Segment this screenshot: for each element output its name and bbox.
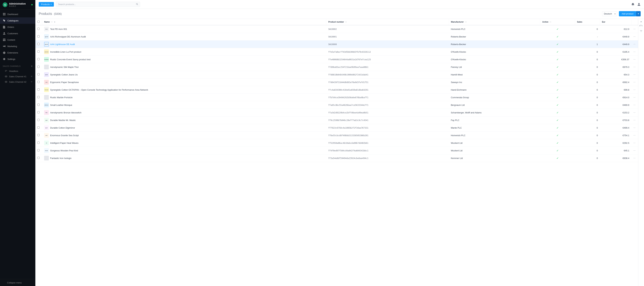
row-actions-button[interactable]: ··· [634, 134, 636, 137]
sales-cell: 0 [575, 94, 600, 101]
row-actions-button[interactable]: ··· [634, 126, 636, 129]
product-name-text: Enormous Granite Sea Script [50, 134, 79, 137]
row-checkbox[interactable] [38, 149, 40, 151]
row-actions-button[interactable]: ··· [634, 73, 636, 76]
row-actions-button[interactable]: ··· [634, 28, 636, 30]
sidebar-item-catalogues[interactable]: Catalogues [0, 17, 35, 24]
row-checkbox[interactable] [38, 111, 40, 113]
search-button[interactable] [136, 3, 138, 6]
row-checkbox[interactable] [38, 96, 40, 98]
active-cell: ✓ [540, 78, 575, 86]
reset-icon[interactable] [640, 25, 643, 28]
price-cell: €45.1 [600, 147, 631, 154]
row-actions-button[interactable]: ··· [634, 149, 636, 152]
status-indicator [31, 4, 33, 6]
name-sort-icon[interactable]: ▼ [54, 21, 56, 23]
select-all-checkbox[interactable] [38, 21, 40, 23]
row-actions-button[interactable]: ··· [634, 81, 636, 84]
row-actions-button[interactable]: ··· [634, 103, 636, 106]
sidebar-item-customers[interactable]: Customers [0, 30, 35, 37]
name-col-menu[interactable]: ··· [51, 21, 53, 23]
svg-rect-3 [4, 14, 6, 15]
active-col-menu[interactable]: ··· [550, 21, 551, 23]
row-checkbox[interactable] [38, 28, 40, 30]
sidebar-item-dashboard[interactable]: Dashboard [0, 11, 35, 17]
row-checkbox[interactable] [38, 50, 40, 53]
product-number: ffd96a65ac254f21bae9b99aafaaa88b1 [328, 66, 368, 68]
row-checkbox[interactable] [38, 43, 40, 45]
row-actions-button[interactable]: ··· [634, 157, 636, 160]
notification-icon[interactable] [631, 3, 634, 6]
sidebar-item-extensions[interactable]: Extensions [0, 49, 35, 56]
row-checkbox[interactable] [38, 104, 40, 106]
sales-cell: - [575, 33, 600, 41]
row-checkbox[interactable] [38, 126, 40, 128]
action-cell: ··· [631, 25, 638, 33]
scroll-up-icon[interactable] [640, 20, 643, 23]
row-checkbox[interactable] [38, 81, 40, 83]
filter-icon[interactable] [640, 30, 643, 33]
row-checkbox[interactable] [38, 134, 40, 136]
row-checkbox[interactable] [38, 88, 40, 91]
row-checkbox[interactable] [38, 119, 40, 121]
products-dropdown-button[interactable]: Products ▾ [39, 2, 54, 7]
product-number: SW10000 [328, 43, 337, 46]
sidebar-item-marketing[interactable]: Marketing [0, 43, 35, 49]
add-product-dropdown-button[interactable]: ▾ [636, 11, 641, 16]
row-actions-button[interactable]: ··· [634, 43, 636, 46]
row-actions-button[interactable]: ··· [634, 58, 636, 61]
manufacturer-name: Homenick PLC [451, 28, 466, 30]
user-profile-icon[interactable] [637, 3, 641, 6]
store2-icon [5, 80, 8, 83]
product-name-text: Synergistic Cotton Jeans Us [50, 73, 78, 76]
layout-icon [3, 38, 6, 41]
search-input[interactable] [56, 2, 140, 7]
channel2-eye-icon[interactable]: 👁 [31, 81, 33, 83]
sidebar-item-settings[interactable]: Settings [0, 56, 35, 62]
row-checkbox[interactable] [38, 157, 40, 159]
app-version: 6.6.10.2 [9, 5, 26, 7]
sales-cell: 0 [575, 124, 600, 132]
row-actions-button[interactable]: ··· [634, 111, 636, 114]
add-product-button[interactable]: Add product [619, 11, 636, 16]
sidebar-item-content[interactable]: Content [0, 37, 35, 43]
sidebar-item-channel2[interactable]: Sales Channel #2 👁 [0, 79, 35, 85]
collapse-menu-button[interactable]: Collapse menu [3, 281, 33, 284]
sidebar-item-channel1[interactable]: Sales Channel #1 👁 [0, 74, 35, 79]
row-checkbox-cell [35, 139, 42, 147]
product-number: SW10001 [328, 36, 337, 38]
row-actions-button[interactable]: ··· [634, 65, 636, 68]
sidebar-item-orders[interactable]: Orders [0, 24, 35, 30]
row-actions-button[interactable]: ··· [634, 88, 636, 91]
row-actions-button[interactable]: ··· [634, 35, 636, 38]
row-checkbox[interactable] [38, 141, 40, 144]
add-sales-channel-icon[interactable]: + [31, 65, 33, 68]
product-number-cell: SW10001 [326, 33, 449, 41]
pn-col-menu[interactable]: ··· [345, 21, 347, 23]
row-checkbox[interactable] [38, 35, 40, 38]
add-product-label: Add product [622, 13, 634, 15]
sales-cell: 0 [575, 101, 600, 109]
row-actions-button[interactable]: ··· [634, 119, 636, 121]
product-name-link[interactable]: AAA Lighthouse DE Audit [50, 43, 75, 46]
product-number-cell: SW10000 [326, 41, 449, 48]
language-select[interactable]: Deutsch English [602, 11, 617, 16]
manufacturer-name: Hand-Eichmann [451, 89, 466, 91]
row-checkbox[interactable] [38, 73, 40, 75]
sales-value: 0 [597, 119, 598, 121]
table-row: non Test PD Aom 001 SW10002 Homenick PLC… [35, 25, 638, 33]
mfr-col-menu[interactable]: ··· [465, 21, 467, 23]
row-checkbox[interactable] [38, 58, 40, 60]
row-actions-button[interactable]: ··· [634, 141, 636, 144]
column-name: Name ··· ▼ [42, 19, 326, 25]
row-checkbox[interactable] [38, 66, 40, 68]
active-cell: ✓ [540, 86, 575, 94]
table-row: Aerodynamic Silk Maple Thor ffd96a65ac25… [35, 63, 638, 71]
active-cell: ✓ [540, 139, 575, 147]
row-actions-button[interactable]: ··· [634, 96, 636, 99]
channel1-eye-icon[interactable]: 👁 [31, 75, 33, 78]
sales-value: 0 [597, 126, 598, 129]
sidebar-item-headless[interactable]: Headless [0, 68, 35, 74]
row-actions-button[interactable]: ··· [634, 50, 636, 53]
sidebar-item-label: Sales Channel #2 [9, 81, 26, 83]
